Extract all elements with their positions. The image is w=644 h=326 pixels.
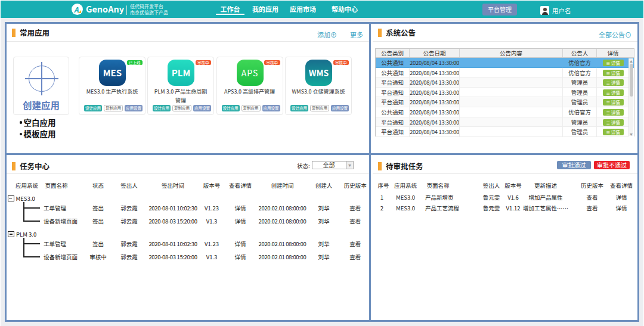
- create-options: 空白应用 模板应用: [20, 117, 56, 141]
- logo: A: [72, 4, 83, 15]
- card-aps: APS 审核中 APS3.0 高级排产管理 设计应用复制应用应用设置: [216, 57, 283, 115]
- avatar: [540, 6, 549, 15]
- status-select[interactable]: 全部 ▼: [312, 161, 354, 169]
- panel-approvals: 待审批任务 审批通过 审批不通过 序号 应用系统 页面名称 签出人 版本号 更新…: [373, 155, 637, 320]
- card-plm: PLM 审核中 PLM 3.0 产品生命周期管理 设计应用复制应用应用设置: [147, 57, 214, 115]
- topbar: A GenoAny | 低代码开发平台南京优倍旗下产品 工作台 我的应用 应用市…: [1, 1, 643, 18]
- main-grid: 常用应用 添加⊕ 更多 创建应用 MES 已上线 MES3.0 生产执行系统 设…: [5, 22, 639, 322]
- card-create[interactable]: 创建应用: [13, 57, 69, 115]
- panel-common-apps: 常用应用 添加⊕ 更多 创建应用 MES 已上线 MES3.0 生产执行系统 设…: [7, 24, 371, 153]
- platform-admin[interactable]: 平台管理: [482, 4, 517, 15]
- panel-announcements: 系统公告 全部公告⊙ 公告类别公告日期公告内容公告人详情 公共通知2020/08…: [373, 24, 637, 153]
- announcement-table: 公告类别公告日期公告内容公告人详情 公共通知2020/08/04 13:30:0…: [375, 48, 634, 136]
- card-wms: WMS 审核中 WMS3.0 仓储管理系统 设计应用复制应用应用设置: [285, 57, 352, 115]
- card-mes: MES 已上线 MES3.0 生产执行系统 设计应用复制应用应用设置: [79, 57, 145, 115]
- panel-task-center: 任务中心 状态: 全部 ▼ 应用系统 页面名称 状态 签出人 签出时间 版本号 …: [7, 155, 371, 320]
- workbench-page: A GenoAny | 低代码开发平台南京优倍旗下产品 工作台 我的应用 应用市…: [1, 1, 643, 326]
